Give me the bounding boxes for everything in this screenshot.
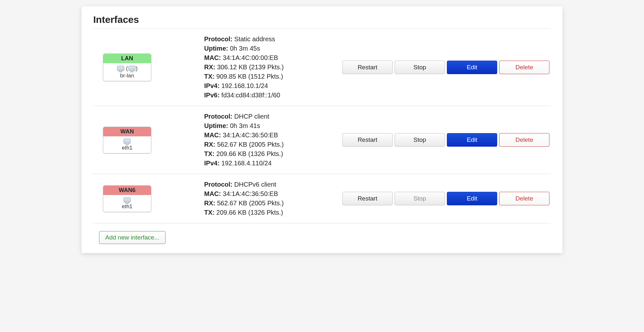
delete-button[interactable]: Delete — [499, 133, 549, 147]
detail-rx: RX: 306.12 KB (2139 Pkts.) — [204, 63, 342, 72]
interface-actions: RestartStopEditDelete — [342, 192, 551, 205]
interface-device-name: br-lan — [103, 73, 151, 79]
detail-ipv4: IPv4: 192.168.4.110/24 — [204, 159, 342, 168]
interface-badge-column: WANeth1 — [93, 127, 204, 153]
detail-mac: MAC: 34:1A:4C:36:50:EB — [204, 189, 342, 199]
detail-tx: TX: 209.66 KB (1326 Pkts.) — [204, 208, 342, 217]
interfaces-panel: Interfaces LAN ()br-lanProtocol: Static … — [82, 6, 562, 253]
ethernet-port-icon — [128, 66, 136, 71]
ethernet-port-icon — [124, 197, 131, 202]
ethernet-port-icon — [117, 66, 124, 71]
edit-button[interactable]: Edit — [447, 133, 497, 147]
interface-badge-body: ()br-lan — [103, 63, 151, 81]
interface-details: Protocol: DHCP clientUptime: 0h 3m 41sMA… — [204, 112, 342, 168]
interface-badge-body: eth1 — [103, 136, 151, 153]
interface-device-icons — [103, 138, 151, 144]
interface-row: WANeth1Protocol: DHCP clientUptime: 0h 3… — [93, 106, 551, 174]
interface-name: WAN — [103, 127, 151, 136]
detail-uptime: Uptime: 0h 3m 45s — [204, 44, 342, 53]
interface-name: WAN6 — [103, 186, 151, 195]
interface-badge: WAN6eth1 — [103, 185, 151, 212]
delete-button[interactable]: Delete — [499, 61, 549, 74]
restart-button[interactable]: Restart — [342, 61, 393, 74]
stop-button[interactable]: Stop — [395, 133, 445, 147]
edit-button[interactable]: Edit — [447, 192, 497, 205]
interface-row: LAN ()br-lanProtocol: Static addressUpti… — [93, 29, 551, 106]
add-row: Add new interface... — [93, 223, 551, 244]
page-title: Interfaces — [93, 14, 551, 29]
stop-button[interactable]: Stop — [395, 61, 445, 74]
restart-button[interactable]: Restart — [342, 192, 393, 205]
detail-tx: TX: 909.85 KB (1512 Pkts.) — [204, 72, 342, 81]
detail-uptime: Uptime: 0h 3m 41s — [204, 121, 342, 131]
interface-badge: LAN ()br-lan — [103, 54, 151, 81]
interface-badge-body: eth1 — [103, 195, 151, 212]
interface-row: WAN6eth1Protocol: DHCPv6 clientMAC: 34:1… — [93, 174, 551, 223]
interface-device-name: eth1 — [103, 145, 151, 151]
interface-actions: RestartStopEditDelete — [342, 133, 551, 147]
interface-device-name: eth1 — [103, 203, 151, 210]
interface-badge-column: WAN6eth1 — [93, 185, 204, 212]
add-interface-button[interactable]: Add new interface... — [99, 231, 166, 244]
interface-device-icons — [103, 197, 151, 203]
detail-mac: MAC: 34:1A:4C:36:50:EB — [204, 131, 342, 140]
detail-mac: MAC: 34:1A:4C:00:00:EB — [204, 53, 342, 63]
restart-button[interactable]: Restart — [342, 133, 393, 147]
interface-actions: RestartStopEditDelete — [342, 61, 551, 74]
edit-button[interactable]: Edit — [447, 61, 497, 74]
stop-button: Stop — [395, 192, 445, 205]
detail-rx: RX: 562.67 KB (2005 Pkts.) — [204, 140, 342, 149]
interface-device-icons: () — [103, 65, 151, 72]
interface-badge: WANeth1 — [103, 127, 151, 153]
interface-list: LAN ()br-lanProtocol: Static addressUpti… — [93, 29, 551, 223]
ethernet-port-icon — [124, 139, 131, 144]
interface-badge-column: LAN ()br-lan — [93, 54, 204, 81]
interface-details: Protocol: DHCPv6 clientMAC: 34:1A:4C:36:… — [204, 180, 342, 217]
detail-ipv6: IPv6: fd34:cd84:d38f::1/60 — [204, 91, 342, 100]
delete-button[interactable]: Delete — [499, 192, 549, 205]
detail-protocol: Protocol: DHCP client — [204, 112, 342, 121]
detail-tx: TX: 209.66 KB (1326 Pkts.) — [204, 149, 342, 159]
interface-name: LAN — [103, 54, 151, 63]
detail-ipv4: IPv4: 192.168.10.1/24 — [204, 81, 342, 91]
detail-rx: RX: 562.67 KB (2005 Pkts.) — [204, 199, 342, 208]
detail-protocol: Protocol: DHCPv6 client — [204, 180, 342, 189]
interface-details: Protocol: Static addressUptime: 0h 3m 45… — [204, 34, 342, 100]
detail-protocol: Protocol: Static address — [204, 34, 342, 44]
